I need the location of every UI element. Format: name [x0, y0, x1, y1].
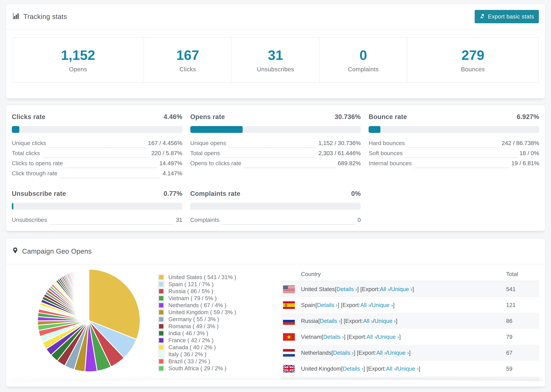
details-link[interactable]: Details ›: [317, 302, 338, 308]
rate-row-label: Click through rate: [12, 170, 57, 177]
export-all-link[interactable]: All ›: [360, 302, 370, 308]
export-all-link[interactable]: All ›: [363, 318, 373, 324]
export-all-link[interactable]: All ›: [380, 286, 389, 293]
legend-swatch: [158, 330, 164, 336]
export-label-text: ] [Export:: [354, 350, 376, 356]
legend-swatch: [158, 309, 164, 315]
export-unique-link[interactable]: Unique ›: [391, 286, 412, 293]
country-name: Netherlands: [301, 350, 332, 356]
geo-country-table: Country Total United States [Details ›] …: [281, 267, 539, 387]
rate-row-value: 0: [357, 217, 361, 223]
export-label-text: ] [Export:: [344, 334, 367, 340]
export-unique-link[interactable]: Unique ›: [388, 350, 409, 356]
bracket-text: [: [322, 334, 323, 340]
progress-fill: [12, 203, 13, 210]
progress-bar: [12, 203, 182, 210]
legend-item-brazil: Brazil ( 33 / 2% ): [158, 358, 247, 365]
bar-chart-icon: [12, 12, 20, 21]
country-cell: Netherlands [Details ›] [Export: All › /…: [283, 349, 506, 357]
rate-row: Internal bounces19 / 6.81%: [369, 160, 539, 170]
country-name: Spain: [301, 302, 315, 308]
rate-row: Click through rate4.147%: [12, 170, 182, 180]
tracking-stats-card: Tracking stats Export basic stats 1,152O…: [6, 3, 545, 99]
legend-swatch-color: [159, 324, 163, 329]
country-cell: ★Vietnam [Details ›] [Export: All › / Un…: [283, 333, 506, 341]
details-link[interactable]: Details ›: [343, 365, 363, 372]
rate-row-value: 4.147%: [162, 170, 182, 177]
bracket-text: ]: [393, 302, 395, 308]
country-name: United States: [301, 286, 335, 293]
legend-swatch: [158, 288, 164, 294]
table-body: United States [Details ›] [Export: All ›…: [281, 281, 539, 387]
rate-row-label: Unique opens: [190, 140, 226, 147]
legend-swatch-color: [159, 317, 163, 322]
stat-value: 31: [268, 47, 283, 63]
export-unique-link[interactable]: Unique ›: [378, 334, 399, 340]
dotted-leader: [228, 147, 316, 148]
rate-row-label: Opens to clicks rate: [190, 160, 241, 167]
country-name: Vietnam: [301, 334, 322, 340]
legend-swatch: [158, 316, 164, 322]
separator-text: /: [373, 318, 374, 324]
details-link[interactable]: Details ›: [320, 318, 340, 324]
separator-text: /: [370, 302, 372, 308]
legend-item-france: France ( 42 / 2% ): [158, 337, 247, 344]
rate-head: Clicks rate4.46%: [12, 113, 182, 121]
legend-label: Vietnam ( 79 / 5% ): [168, 295, 217, 301]
rate-block-unsubscribe-rate: Unsubscribe rate0.77%Unsubscribes31: [12, 190, 182, 227]
export-label-text: ] [Export:: [357, 286, 380, 293]
pie-slice: [89, 269, 89, 321]
country-name: United Kingdom: [301, 365, 341, 372]
total-value: 59: [506, 365, 539, 372]
rate-value: 0.77%: [164, 190, 182, 197]
legend-swatch: [158, 365, 164, 371]
rate-row: Clicks to opens rate14.497%: [12, 160, 182, 170]
geo-pie-chart: [36, 267, 142, 374]
export-unique-link[interactable]: Unique ›: [374, 318, 396, 324]
rate-row-value: 2,303 / 61.446%: [318, 150, 361, 156]
export-button-label: Export basic stats: [488, 13, 534, 20]
rate-rows: Hard bounces242 / 86.738%Soft bounces18 …: [369, 140, 539, 170]
export-label-text: ] [Export:: [340, 318, 363, 324]
export-unique-link[interactable]: Unique ›: [397, 365, 419, 372]
legend-label: United Kingdom ( 59 / 3% ): [168, 309, 236, 315]
total-value: 121: [506, 302, 539, 308]
country-cell: United States [Details ›] [Export: All ›…: [283, 286, 506, 293]
export-unique-link[interactable]: Unique ›: [372, 302, 393, 308]
legend-label: Germany ( 55 / 3% ): [168, 316, 219, 322]
rate-row-value: 14.497%: [159, 160, 182, 167]
legend-item-south-africa: South Africa ( 29 / 2% ): [158, 365, 247, 372]
bracket-text: [: [315, 302, 317, 308]
details-link[interactable]: Details ›: [336, 286, 357, 293]
legend-item-united-kingdom: United Kingdom ( 59 / 3% ): [158, 309, 247, 316]
table-row-es: Spain [Details ›] [Export: All › / Uniqu…: [281, 297, 539, 313]
export-all-link[interactable]: All ›: [367, 334, 376, 340]
progress-bar: [190, 126, 361, 133]
legend-swatch-color: [159, 296, 163, 301]
stat-value: 1,152: [61, 47, 95, 63]
stat-box-unsubscribes: 31Unsubscribes: [232, 38, 319, 83]
stat-value: 0: [360, 47, 367, 63]
rate-title: Opens rate: [190, 113, 225, 121]
rate-value: 0%: [351, 190, 361, 197]
ru-flag-icon: [283, 317, 295, 325]
column-header-total: Total: [506, 271, 539, 277]
country-name: Russia: [301, 318, 318, 324]
table-row-vn: ★Vietnam [Details ›] [Export: All › / Un…: [281, 329, 539, 345]
rate-rows: Complaints0: [190, 217, 361, 227]
stat-box-opens: 1,152Opens: [13, 38, 144, 83]
rate-head: Opens rate30.736%: [190, 113, 361, 121]
export-basic-stats-button[interactable]: Export basic stats: [475, 10, 539, 23]
export-all-link[interactable]: All ›: [376, 350, 386, 356]
details-link[interactable]: Details ›: [333, 350, 354, 356]
details-link[interactable]: Details ›: [323, 334, 344, 340]
separator-text: /: [396, 365, 397, 372]
legend-swatch: [158, 274, 164, 280]
rate-value: 30.736%: [335, 113, 361, 121]
stats-row: 1,152Opens167Clicks31Unsubscribes0Compla…: [12, 37, 539, 83]
legend-label: India ( 46 / 3% ): [168, 330, 208, 336]
legend-swatch: [158, 302, 164, 308]
rate-row-value: 31: [176, 217, 182, 223]
legend-swatch-color: [159, 275, 163, 280]
export-all-link[interactable]: All ›: [386, 365, 396, 372]
